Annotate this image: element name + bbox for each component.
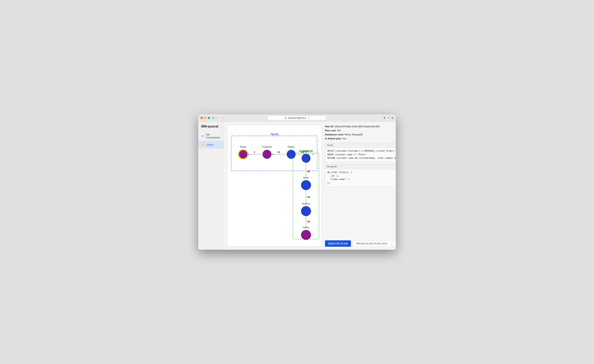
share-button[interactable]: ⬆ [383, 116, 385, 120]
svg-text:MongoDB: MongoDB [299, 150, 313, 153]
recalculate-button[interactable]: RECALCULATE PLAN COST [353, 240, 391, 247]
svg-marker-8 [271, 154, 273, 155]
plan-cost-label: Plan cost: [325, 129, 336, 132]
svg-rect-2 [293, 153, 319, 239]
svg-text:Product: Product [302, 202, 310, 205]
url-text: yawnston.github.io [288, 117, 306, 119]
svg-text:Name: Name [240, 145, 246, 148]
back-button[interactable]: BACK [393, 240, 396, 247]
svg-text:Items: Items [303, 176, 309, 179]
diagram-svg: Neo4j MongoDB 3 21 23 [227, 125, 322, 247]
svg-text:Neo4j: Neo4j [271, 133, 278, 136]
mongodb-query-box: MongoDB db.order.find({}, { _id: 1, "ite… [325, 164, 396, 187]
svg-marker-11 [312, 154, 314, 155]
mongodb-query-header: MongoDB [325, 164, 396, 169]
databases-value: Neo4j, MongoDB [344, 133, 363, 136]
svg-point-30 [301, 180, 311, 190]
back-nav-button[interactable]: ‹ [219, 116, 221, 120]
reload-icon[interactable]: ↻ [308, 117, 310, 119]
svg-text:Orders: Orders [288, 145, 295, 148]
svg-text:36: 36 [307, 170, 310, 173]
plan-id-label: Plan ID: [325, 125, 334, 128]
sidebar-item-query[interactable]: ⚡ Query [198, 141, 224, 148]
sidebar-item-label-db: DB Connections [206, 133, 221, 139]
minimize-button[interactable] [204, 117, 206, 119]
lock-icon: 🔒 [284, 117, 287, 119]
mongodb-query-body: db.order.find({}, { _id: 1, "items.name"… [325, 169, 396, 187]
svg-point-24 [263, 150, 271, 159]
svg-text:3: 3 [254, 151, 255, 154]
svg-text:39: 39 [307, 196, 310, 198]
svg-text:Name: Name [303, 226, 309, 229]
url-bar[interactable]: 🔒 yawnston.github.io ↻ [268, 116, 326, 120]
app-layout: MM-quecat ≡ DB Connections ⚡ Query Neo4j [198, 122, 396, 250]
svg-point-22 [239, 150, 248, 159]
svg-marker-5 [247, 154, 249, 155]
sidebar-toggle[interactable]: ⊟ ▾ [212, 116, 217, 120]
right-panel: Plan ID: 268ca404-09ba-4b3b-9584-0ba6ceb… [322, 125, 396, 247]
svg-point-28 [302, 154, 310, 163]
svg-text:49: 49 [307, 220, 310, 223]
new-tab-button[interactable]: + [388, 116, 389, 120]
buttons-row: EXECUTE PLAN RECALCULATE PLAN COST BACK [325, 240, 396, 247]
svg-text:Order: Order [303, 149, 309, 152]
default-label: Is default plan: [325, 137, 342, 140]
close-button[interactable] [200, 117, 203, 119]
split-view-button[interactable]: ⧉ [392, 116, 394, 120]
toolbar-right: ⬆ + ⧉ [383, 116, 394, 120]
plan-id-value: 268ca404-09ba-4b3b-9584-0ba6ceb8c408 [335, 125, 380, 128]
sidebar: MM-quecat ≡ DB Connections ⚡ Query [198, 122, 224, 250]
svg-text:21: 21 [277, 151, 280, 154]
svg-point-34 [301, 230, 311, 240]
svg-rect-0 [231, 136, 317, 171]
diagram-container: Neo4j MongoDB 3 21 23 [227, 125, 322, 247]
app-title: MM-quecat [198, 125, 224, 131]
traffic-lights [200, 117, 210, 119]
sidebar-item-db-connections[interactable]: ≡ DB Connections [198, 131, 224, 141]
neo4j-query-header: Neo4j [325, 143, 396, 148]
maximize-button[interactable] [208, 117, 210, 119]
default-value: Yes [342, 137, 346, 140]
execute-plan-button[interactable]: EXECUTE PLAN [325, 240, 351, 247]
app-window: ⊟ ▾ ‹ › 🔒 yawnston.github.io ↻ ⬆ + ⧉ MM-… [198, 114, 396, 250]
query-icon: ⚡ [201, 143, 205, 147]
neo4j-query-body: MATCH (customer:Customer)-[:ORDERED]->(o… [325, 148, 396, 162]
svg-marker-14 [305, 180, 307, 182]
svg-text:Customer: Customer [262, 145, 272, 148]
svg-marker-20 [305, 230, 307, 232]
svg-point-26 [287, 150, 296, 159]
titlebar: ⊟ ▾ ‹ › 🔒 yawnston.github.io ↻ ⬆ + ⧉ [198, 114, 396, 122]
plan-info: Plan ID: 268ca404-09ba-4b3b-9584-0ba6ceb… [325, 125, 396, 141]
svg-text:23: 23 [301, 151, 304, 154]
svg-point-32 [301, 206, 311, 216]
sidebar-item-label-query: Query [207, 143, 214, 146]
plan-cost-value: 441 [337, 129, 341, 132]
db-connections-icon: ≡ [201, 135, 204, 138]
main-content: Neo4j MongoDB 3 21 23 [224, 122, 396, 250]
nav-arrows: ‹ › [219, 116, 224, 120]
neo4j-query-box: Neo4j MATCH (customer:Customer)-[:ORDERE… [325, 143, 396, 162]
databases-label: Databases used: [325, 133, 344, 136]
forward-nav-button[interactable]: › [222, 116, 224, 120]
svg-marker-17 [305, 206, 307, 208]
